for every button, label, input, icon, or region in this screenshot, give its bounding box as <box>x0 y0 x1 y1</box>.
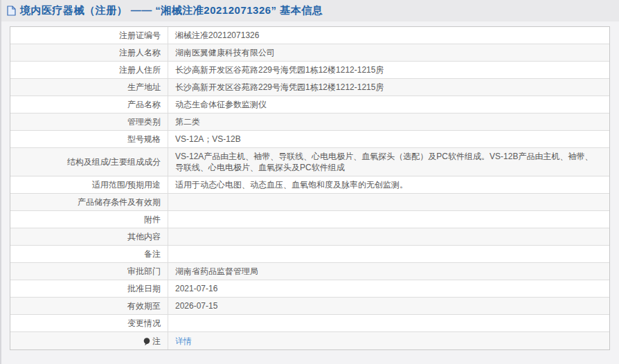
row-value: 详情 <box>168 332 609 349</box>
row-value: VS-12A；VS-12B <box>168 131 609 147</box>
page-title: 境内医疗器械（注册） —— “湘械注准20212071326” 基本信息 <box>20 4 323 17</box>
table-row: 备注 <box>10 246 609 263</box>
row-label: 注册人名称 <box>10 44 168 61</box>
row-value <box>168 228 609 245</box>
row-value <box>168 211 609 228</box>
row-value: 湘械注准20212071326 <box>168 27 609 44</box>
row-label: 批准日期 <box>10 280 168 297</box>
row-label: 注册证编号 <box>10 27 168 44</box>
row-label: 附件 <box>10 211 168 228</box>
row-label: 审批部门 <box>10 263 168 280</box>
row-label: 结构及组成/主要组成成分 <box>10 148 168 176</box>
page-header: 境内医疗器械（注册） —— “湘械注准20212071326” 基本信息 <box>1 0 619 21</box>
table-row: 结构及组成/主要组成成分 VS-12A产品由主机、袖带、导联线、心电电极片、血氧… <box>10 148 609 176</box>
row-value <box>168 194 609 210</box>
document-icon <box>7 6 16 16</box>
row-value: 湖南医翼健康科技有限公司 <box>168 44 609 61</box>
table-row: 附件 <box>10 211 609 228</box>
row-value: 动态生命体征参数监测仪 <box>168 96 609 113</box>
row-label: 型号规格 <box>10 131 168 147</box>
table-row: 产品名称 动态生命体征参数监测仪 <box>10 96 609 113</box>
row-value: 第二类 <box>168 113 609 130</box>
row-value: 湖南省药品监督管理局 <box>168 263 609 280</box>
row-value: 长沙高新开发区谷苑路229号海凭园1栋12楼1212-1215房 <box>168 62 609 78</box>
row-label: 注 <box>10 332 168 349</box>
table-row: 注册人住所 长沙高新开发区谷苑路229号海凭园1栋12楼1212-1215房 <box>10 62 609 79</box>
row-label: 生产地址 <box>10 79 168 95</box>
balloon-icon <box>143 338 150 346</box>
note-label: 注 <box>152 336 161 347</box>
row-value: VS-12A产品由主机、袖带、导联线、心电电极片、血氧探头（选配）及PC软件组成… <box>168 148 609 176</box>
row-label: 备注 <box>10 246 168 262</box>
registration-info-table: 注册证编号 湘械注准20212071326 注册人名称 湖南医翼健康科技有限公司… <box>10 26 610 350</box>
table-row: 批准日期 2021-07-16 <box>10 280 609 298</box>
table-row: 变更情况 <box>10 315 609 332</box>
row-value: 长沙高新开发区谷苑路229号海凭园1栋12楼1212-1215房 <box>168 79 609 95</box>
table-row: 型号规格 VS-12A；VS-12B <box>10 131 609 148</box>
row-label: 注册人住所 <box>10 62 168 78</box>
row-value: 适用于动态心电图、动态血压、血氧饱和度及脉率的无创监测。 <box>168 176 609 193</box>
row-label: 有效期至 <box>10 298 168 314</box>
table-row: 审批部门 湖南省药品监督管理局 <box>10 263 609 280</box>
row-label: 产品名称 <box>10 96 168 113</box>
row-label: 管理类别 <box>10 113 168 130</box>
row-value <box>168 246 609 262</box>
row-label: 其他内容 <box>10 228 168 245</box>
row-value: 2026-07-15 <box>168 298 609 314</box>
table-row-note: 注 详情 <box>10 332 609 349</box>
table-row: 生产地址 长沙高新开发区谷苑路229号海凭园1栋12楼1212-1215房 <box>10 79 609 96</box>
row-value <box>168 315 609 331</box>
row-label: 适用范围/预期用途 <box>10 176 168 193</box>
table-row: 产品储存条件及有效期 <box>10 194 609 211</box>
table-row: 注册证编号 湘械注准20212071326 <box>10 27 609 44</box>
row-label: 变更情况 <box>10 315 168 331</box>
table-row: 注册人名称 湖南医翼健康科技有限公司 <box>10 44 609 62</box>
table-row: 适用范围/预期用途 适用于动态心电图、动态血压、血氧饱和度及脉率的无创监测。 <box>10 176 609 194</box>
details-link[interactable]: 详情 <box>175 336 192 347</box>
row-label: 产品储存条件及有效期 <box>10 194 168 210</box>
table-row: 其他内容 <box>10 228 609 246</box>
table-row: 有效期至 2026-07-15 <box>10 298 609 315</box>
table-row: 管理类别 第二类 <box>10 113 609 131</box>
row-value: 2021-07-16 <box>168 280 609 297</box>
